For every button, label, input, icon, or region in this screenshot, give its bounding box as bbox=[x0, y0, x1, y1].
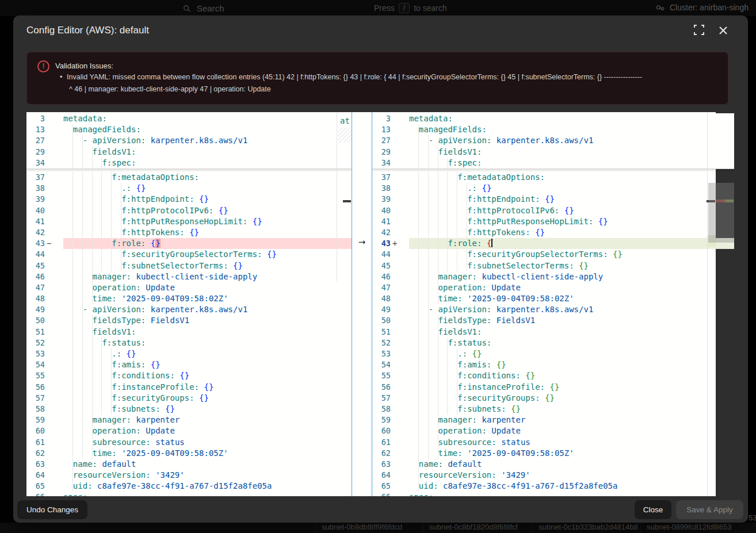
line-number: 34 bbox=[372, 158, 391, 168]
token: spec: bbox=[63, 492, 87, 496]
diff-sign bbox=[45, 158, 63, 168]
diff-sign bbox=[391, 393, 409, 404]
token: f:subnetSelectorTerms: bbox=[121, 261, 228, 270]
diff-original-pane[interactable]: 37f:metadataOptions:38.: {}39f:httpEndpo… bbox=[26, 112, 352, 496]
yaml-diff-editor[interactable]: 37f:metadataOptions:38.: {}39f:httpEndpo… bbox=[26, 112, 734, 496]
code-text: f:httpEndpoint: {} bbox=[409, 194, 734, 205]
code-text: operation: Update bbox=[409, 425, 734, 436]
indent-guides bbox=[63, 194, 121, 205]
token bbox=[491, 136, 496, 145]
code-text: manager: kubectl-client-side-apply bbox=[409, 271, 734, 282]
line-number: 3 bbox=[26, 113, 45, 124]
indent-guides bbox=[63, 135, 83, 146]
code-line: 41f:httpPutResponseHopLimit: {} bbox=[26, 216, 352, 227]
fullscreen-button[interactable] bbox=[694, 25, 707, 37]
diff-sign bbox=[45, 205, 63, 216]
indent-guides bbox=[409, 459, 419, 470]
undo-changes-button[interactable]: Undo Changes bbox=[17, 500, 87, 519]
line-number: 50 bbox=[26, 315, 45, 326]
code-line: 59manager: karpenter bbox=[372, 415, 734, 425]
token: Update bbox=[491, 426, 521, 435]
line-number: 13 bbox=[26, 124, 45, 135]
token: metadata: bbox=[63, 114, 107, 123]
close-icon-button[interactable] bbox=[717, 25, 730, 37]
diff-sign bbox=[391, 404, 409, 415]
code-line: 58f:subnets: {} bbox=[26, 404, 352, 415]
code-text: - apiVersion: karpenter.k8s.aws/v1 bbox=[63, 135, 352, 146]
token bbox=[121, 349, 126, 358]
diff-modified-pane[interactable]: 37f:metadataOptions:38.: {}39f:httpEndpo… bbox=[372, 112, 734, 496]
code-text: f:amis: {} bbox=[63, 359, 352, 370]
indent-guides bbox=[63, 415, 93, 425]
code-text: f:subnets: {} bbox=[63, 404, 352, 415]
indent-guides bbox=[409, 315, 438, 326]
code-text: fieldsType: FieldsV1 bbox=[63, 315, 352, 326]
code-text: f:httpTokens: {} bbox=[63, 227, 352, 238]
original-sticky-header: 3metadata:13managedFields:27- apiVersion… bbox=[26, 113, 352, 169]
line-number: 13 bbox=[372, 124, 391, 135]
line-number: 45 bbox=[372, 260, 391, 271]
diff-sign bbox=[45, 415, 63, 425]
indent-guides bbox=[63, 459, 73, 470]
code-line: 51fieldsV1: bbox=[26, 327, 352, 338]
token: subresource: bbox=[438, 438, 497, 447]
code-line: 50fieldsType: FieldsV1 bbox=[26, 315, 352, 326]
token: - bbox=[83, 136, 93, 145]
token: manager: bbox=[438, 272, 477, 281]
diff-splitter-sash[interactable] bbox=[352, 112, 372, 496]
line-number: 64 bbox=[26, 470, 45, 481]
token: operation: bbox=[93, 426, 141, 435]
code-line: 37f:metadataOptions: bbox=[372, 172, 734, 183]
code-text: operation: Update bbox=[63, 282, 352, 293]
code-line: 64resourceVersion: '3429' bbox=[372, 470, 734, 481]
text-cursor bbox=[491, 239, 492, 247]
close-button[interactable]: Close bbox=[635, 500, 671, 519]
validation-heading: Validation Issues: bbox=[55, 62, 113, 70]
save-apply-button[interactable]: Save & Apply bbox=[676, 500, 743, 519]
code-text: f:role: { bbox=[409, 238, 734, 249]
token: '2025-09-04T09:58:05Z' bbox=[467, 448, 574, 458]
token: resourceVersion: bbox=[419, 470, 497, 480]
token bbox=[559, 206, 564, 215]
code-text: f:conditions: {} bbox=[409, 370, 734, 381]
code-text: f:spec: bbox=[409, 158, 734, 168]
diff-sign bbox=[45, 304, 63, 315]
token: {} bbox=[613, 250, 623, 259]
diff-sign bbox=[45, 315, 63, 326]
token: apiVersion: bbox=[93, 305, 146, 314]
code-text: managedFields: bbox=[63, 124, 352, 135]
diff-sign bbox=[391, 293, 409, 304]
token: f:httpEndpoint: bbox=[467, 194, 540, 204]
code-text: name: default bbox=[409, 459, 734, 470]
token bbox=[247, 217, 252, 226]
diff-sign bbox=[45, 293, 63, 304]
indent-guides bbox=[409, 194, 467, 205]
line-number: 52 bbox=[26, 338, 45, 348]
indent-guides bbox=[409, 404, 457, 415]
token: {} bbox=[598, 217, 608, 226]
token: kubectl-client-side-apply bbox=[136, 272, 257, 281]
token: {} bbox=[219, 206, 228, 215]
token: operation: bbox=[438, 426, 487, 435]
line-number: 56 bbox=[26, 382, 45, 393]
diff-sign bbox=[391, 348, 409, 359]
code-line: 44f:securityGroupSelectorTerms: {} bbox=[372, 249, 734, 260]
token: { bbox=[151, 239, 155, 248]
code-text: time: '2025-09-04T09:58:02Z' bbox=[63, 293, 352, 304]
line-number: 48 bbox=[372, 293, 391, 304]
token: f:subnets: bbox=[457, 404, 506, 413]
copy-change-arrow-button[interactable]: → bbox=[356, 236, 368, 248]
code-line: 40f:httpProtocolIPv6: {} bbox=[372, 205, 734, 216]
line-number: 53 bbox=[372, 348, 391, 359]
token: name: bbox=[73, 459, 97, 469]
code-text: spec: bbox=[63, 492, 352, 496]
line-number: 61 bbox=[26, 437, 45, 448]
line-number: 48 bbox=[26, 293, 45, 304]
line-number: 46 bbox=[372, 271, 391, 282]
validation-message-line2: ^ 46 | manager: kubectl-client-side-appl… bbox=[69, 85, 271, 93]
scrollbar-slider[interactable] bbox=[708, 183, 734, 243]
token: f:conditions: bbox=[112, 371, 175, 380]
code-text: f:subnetSelectorTerms: {} bbox=[409, 260, 734, 271]
token bbox=[482, 239, 486, 248]
token: f:metadataOptions: bbox=[112, 172, 199, 182]
